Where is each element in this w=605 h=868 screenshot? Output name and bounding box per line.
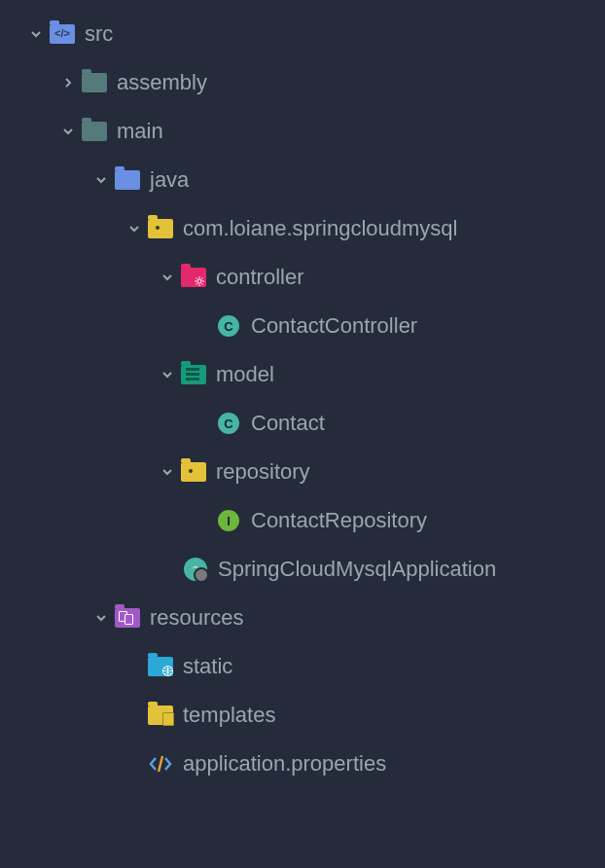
chevron-down-icon — [156, 465, 179, 479]
tree-item-label: static — [183, 654, 232, 679]
xml-file-icon — [146, 751, 175, 777]
tree-item-label: resources — [150, 605, 244, 631]
tree-item-src[interactable]: </> src — [10, 10, 595, 58]
tree-item-label: model — [216, 362, 274, 387]
tree-item-label: ContactRepository — [251, 508, 427, 533]
class-icon: C — [214, 411, 243, 436]
chevron-down-icon — [89, 173, 113, 187]
tree-item-controller[interactable]: controller — [10, 253, 595, 302]
tree-item-label: SpringCloudMysqlApplication — [218, 557, 496, 582]
folder-icon — [113, 167, 142, 193]
tree-item-label: java — [150, 167, 189, 193]
folder-icon — [80, 70, 109, 95]
tree-item-label: templates — [183, 703, 275, 728]
chevron-down-icon — [24, 27, 48, 41]
package-folder-icon — [179, 459, 208, 485]
tree-item-model[interactable]: model — [10, 350, 595, 399]
tree-item-label: com.loiane.springcloudmysql — [183, 216, 457, 241]
spring-boot-icon — [181, 557, 210, 582]
tree-item-label: repository — [216, 459, 310, 485]
tree-item-label: application.properties — [183, 751, 386, 777]
model-folder-icon — [179, 362, 208, 387]
package-folder-icon — [146, 216, 175, 241]
class-icon: C — [214, 313, 243, 339]
tree-item-assembly[interactable]: assembly — [10, 58, 595, 107]
chevron-down-icon — [156, 271, 179, 284]
templates-folder-icon — [146, 703, 175, 728]
chevron-down-icon — [123, 222, 146, 235]
tree-item-contact-controller[interactable]: C ContactController — [10, 302, 595, 350]
tree-item-application[interactable]: SpringCloudMysqlApplication — [10, 545, 595, 594]
tree-item-resources[interactable]: resources — [10, 594, 595, 642]
tree-item-label: Contact — [251, 411, 325, 436]
tree-item-static[interactable]: static — [10, 642, 595, 691]
tree-item-contact[interactable]: C Contact — [10, 399, 595, 448]
interface-icon: I — [214, 508, 243, 533]
chevron-down-icon — [89, 611, 113, 625]
controller-folder-icon — [179, 265, 208, 290]
tree-item-label: main — [117, 119, 163, 144]
svg-point-0 — [197, 279, 201, 283]
tree-item-properties[interactable]: application.properties — [10, 740, 595, 788]
chevron-down-icon — [56, 125, 80, 138]
tree-item-main[interactable]: main — [10, 107, 595, 156]
tree-item-templates[interactable]: templates — [10, 691, 595, 740]
tree-item-package[interactable]: com.loiane.springcloudmysql — [10, 204, 595, 253]
folder-code-icon: </> — [48, 21, 77, 47]
resources-folder-icon — [113, 605, 142, 631]
folder-icon — [80, 119, 109, 144]
chevron-down-icon — [156, 368, 179, 381]
tree-item-label: ContactController — [251, 313, 417, 339]
tree-item-repository[interactable]: repository — [10, 448, 595, 496]
chevron-right-icon — [56, 76, 80, 90]
tree-item-label: src — [85, 21, 113, 47]
web-folder-icon — [146, 654, 175, 679]
tree-item-java[interactable]: java — [10, 156, 595, 204]
tree-item-contact-repository[interactable]: I ContactRepository — [10, 496, 595, 545]
tree-item-label: controller — [216, 265, 303, 290]
tree-item-label: assembly — [117, 70, 207, 95]
